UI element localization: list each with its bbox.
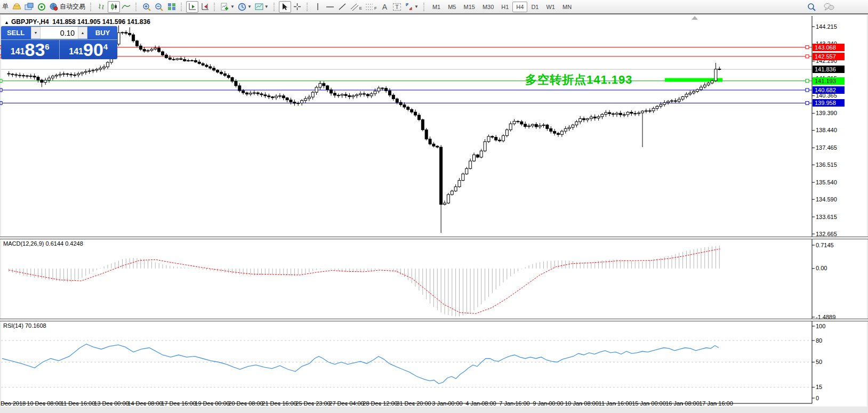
zoom-in-icon xyxy=(142,3,151,11)
new-order-partial-label[interactable]: 单 xyxy=(2,2,9,11)
arrows-icon xyxy=(405,3,413,11)
autotrade-icon xyxy=(49,3,58,11)
zoom-in-button[interactable] xyxy=(141,1,153,13)
timeframe-d1-button[interactable]: D1 xyxy=(527,2,542,12)
channel-tool-button[interactable]: E xyxy=(349,1,364,13)
collapse-panel-icon[interactable]: ▲ xyxy=(4,20,9,25)
navigator-button[interactable] xyxy=(35,1,47,13)
toolbar-gripper xyxy=(274,3,277,11)
trendline-tool-button[interactable] xyxy=(336,1,349,13)
price-line-label: 143.068 xyxy=(813,44,845,51)
line-chart-type-button[interactable] xyxy=(120,1,132,13)
price-tick-label: 137.465 xyxy=(816,144,837,151)
gold-ingot-icon xyxy=(12,3,21,11)
navigator-icon xyxy=(37,3,46,11)
fibonacci-tool-button[interactable]: F xyxy=(364,1,379,13)
autotrade-button[interactable]: 自动交易 xyxy=(47,1,87,13)
volume-decrease-button[interactable]: ▼ xyxy=(31,27,41,39)
main-toolbar: 单 自动交易 ▼ ▼ ▼ E F A T ▼ M1M5M15M30H1H4D1W… xyxy=(0,0,868,14)
buy-price-big: 90 xyxy=(83,42,103,58)
price-tick-label: 144.215 xyxy=(816,23,837,30)
line-chart-icon xyxy=(122,3,131,11)
market-watch-button[interactable] xyxy=(11,1,23,13)
cursor-arrow-icon xyxy=(281,3,288,11)
ohlc-values: 141.858 141.905 141.596 141.836 xyxy=(52,18,150,26)
macd-axis-label: 0.7145 xyxy=(816,242,834,248)
zoom-out-button[interactable] xyxy=(153,1,165,13)
chart-shift-button[interactable] xyxy=(198,1,211,13)
dropdown-arrow-icon: ▼ xyxy=(247,4,252,9)
toolbar-gripper xyxy=(307,3,310,11)
price-tick-label: 139.390 xyxy=(816,110,837,116)
price-tick-label: 134.590 xyxy=(816,196,837,203)
price-line-label: 141.193 xyxy=(813,77,845,85)
sell-price[interactable]: 141 83 6 xyxy=(1,40,60,59)
horizontal-line-icon xyxy=(326,3,334,11)
auto-scroll-button[interactable] xyxy=(186,1,198,13)
sell-button[interactable]: SELL xyxy=(1,26,30,39)
rsi-axis-label: 50 xyxy=(816,359,822,365)
timeframe-m15-button[interactable]: M15 xyxy=(460,2,478,12)
fibonacci-icon xyxy=(365,3,374,11)
rsi-axis-label: 100 xyxy=(816,323,825,329)
volume-input[interactable] xyxy=(41,27,78,39)
buy-price-prefix: 141 xyxy=(69,47,83,56)
timeframe-h1-button[interactable]: H1 xyxy=(497,2,512,12)
crosshair-icon xyxy=(293,3,301,11)
text-tool-button[interactable]: A xyxy=(379,1,391,13)
search-icon xyxy=(807,3,816,11)
buy-button[interactable]: BUY xyxy=(88,26,117,39)
arrows-tool-button[interactable]: ▼ xyxy=(403,1,420,13)
volume-control: ▼ ▲ xyxy=(31,27,87,39)
rsi-panel-splitter[interactable] xyxy=(0,319,868,321)
periods-button[interactable]: ▼ xyxy=(236,1,253,13)
price-tick-label: 138.440 xyxy=(816,127,837,133)
data-window-button[interactable] xyxy=(23,1,35,13)
chart-title: ▲GBPJPY-,H4 141.858 141.905 141.596 141.… xyxy=(4,18,150,26)
timeframe-m5-button[interactable]: M5 xyxy=(444,2,460,12)
chat-button[interactable] xyxy=(822,1,836,13)
dropdown-arrow-icon: ▼ xyxy=(230,4,235,9)
buy-price[interactable]: 141 90 4 xyxy=(60,40,118,59)
timeframe-m1-button[interactable]: M1 xyxy=(429,2,444,12)
sell-price-sup: 6 xyxy=(45,42,49,51)
toolbar-gripper xyxy=(214,3,217,11)
search-button[interactable] xyxy=(806,1,818,13)
timeframe-mn-button[interactable]: MN xyxy=(559,2,575,12)
trendline-icon xyxy=(338,3,347,11)
label-tool-button[interactable]: T xyxy=(391,1,403,13)
tile-windows-button[interactable] xyxy=(165,1,178,13)
cursor-tool-button[interactable] xyxy=(279,1,291,13)
toolbar-gripper xyxy=(135,3,139,11)
chart-shift-icon xyxy=(200,3,209,11)
indicators-button[interactable]: ▼ xyxy=(219,1,236,13)
toolbar-gripper xyxy=(181,3,184,11)
crosshair-tool-button[interactable] xyxy=(291,1,303,13)
sell-price-big: 83 xyxy=(25,42,45,58)
label-tool-letter: T xyxy=(393,3,401,11)
rsi-axis-label: 80 xyxy=(816,337,822,344)
candlestick-chart-type-button[interactable] xyxy=(108,1,120,13)
macd-panel-splitter[interactable] xyxy=(0,237,868,239)
auto-scroll-icon xyxy=(188,3,197,11)
chat-icon xyxy=(824,3,834,11)
timeframe-w1-button[interactable]: W1 xyxy=(542,2,559,12)
turning-point-annotation[interactable]: 多空转折点141.193 xyxy=(525,72,633,88)
timeframe-m30-button[interactable]: M30 xyxy=(479,2,497,12)
macd-axis-label: -1.4889 xyxy=(816,314,835,320)
vertical-line-tool-button[interactable] xyxy=(312,1,324,13)
horizontal-line-tool-button[interactable] xyxy=(324,1,336,13)
bar-chart-type-button[interactable] xyxy=(95,1,108,13)
rsi-label: RSI(14) 70.1608 xyxy=(3,322,46,329)
timeframe-h4-button[interactable]: H4 xyxy=(512,2,527,12)
volume-increase-button[interactable]: ▲ xyxy=(78,27,87,39)
zoom-out-icon xyxy=(155,3,164,11)
templates-button[interactable]: ▼ xyxy=(253,1,270,13)
text-tool-letter: A xyxy=(382,3,387,11)
chart-area[interactable] xyxy=(1,15,867,407)
templates-icon xyxy=(255,3,263,11)
price-tick-label: 135.540 xyxy=(816,179,837,185)
bar-chart-icon xyxy=(98,3,106,11)
price-line-label: 142.557 xyxy=(813,53,845,60)
tile-windows-icon xyxy=(167,3,176,11)
